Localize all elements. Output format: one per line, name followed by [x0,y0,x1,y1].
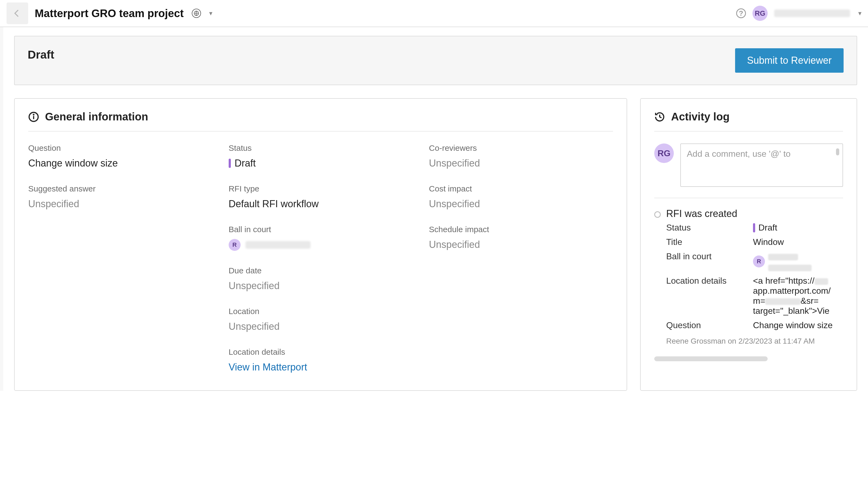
rfi-type-label: RFI type [229,184,413,193]
status-label: Status [229,143,413,153]
ball-in-court-value: R [229,239,413,251]
activity-log-title: Activity log [671,111,730,123]
horizontal-scrollbar[interactable] [654,356,768,361]
suggested-answer-label: Suggested answer [28,184,212,193]
question-value: Change window size [28,158,212,169]
content-columns: General information Question Change wind… [14,98,857,391]
page-body: Draft Submit to Reviewer General informa… [0,27,868,391]
log-question-value: Change window size [753,320,843,330]
comment-input[interactable]: Add a comment, use '@' to [680,143,843,187]
log-locdetails-value: <a href="https:// app.matterport.com/ m=… [753,276,843,316]
log-entry-title: RFI was created [666,208,843,219]
cost-impact-value: Unspecified [429,198,613,209]
ball-name-redacted [246,241,311,249]
status-pip-icon [753,223,755,232]
schedule-impact-value: Unspecified [429,239,613,250]
user-name-redacted [774,9,850,17]
user-menu-caret[interactable]: ▾ [858,9,862,17]
view-in-matterport-link[interactable]: View in Matterport [229,361,413,373]
log-title-label: Title [666,237,748,247]
log-locdetails-label: Location details [666,276,748,316]
project-dropdown-caret[interactable]: ▾ [209,9,212,17]
location-details-label: Location details [229,348,413,357]
info-col-3: Co-reviewers Unspecified Cost impact Uns… [429,143,613,378]
coreviewers-value: Unspecified [429,158,613,169]
question-label: Question [28,143,212,153]
info-col-1: Question Change window size Suggested an… [28,143,212,378]
general-info-header: General information [28,111,613,132]
location-label: Location [229,307,413,316]
log-meta: Reene Grossman on 2/23/2023 at 11:47 AM [666,337,843,346]
back-icon [12,8,22,18]
back-button[interactable] [6,2,28,24]
ball-avatar[interactable]: R [229,239,241,251]
log-ball-value: R [753,251,843,271]
location-value: Unspecified [229,321,413,332]
submit-button[interactable]: Submit to Reviewer [735,48,844,73]
ball-in-court-label: Ball in court [229,225,413,234]
rfi-type-value: Default RFI workflow [229,198,413,209]
coreviewers-label: Co-reviewers [429,143,613,153]
top-bar: Matterport GRO team project ▾ ? RG ▾ [0,0,868,27]
status-value: Draft [229,158,413,169]
due-date-label: Due date [229,266,413,275]
user-avatar[interactable]: RG [752,6,768,21]
info-icon [28,111,39,122]
schedule-impact-label: Schedule impact [429,225,613,234]
log-ball-avatar[interactable]: R [753,256,765,267]
log-title-value: Window [753,237,843,247]
general-info-card: General information Question Change wind… [14,98,627,391]
history-icon [654,111,665,122]
info-grid: Question Change window size Suggested an… [28,143,613,378]
suggested-answer-value: Unspecified [28,198,212,209]
status-pip-icon [229,159,231,168]
log-question-label: Question [666,320,748,330]
general-info-title: General information [45,111,148,123]
log-table: Status Draft Title Window Ball in court … [666,223,843,330]
log-ball-label: Ball in court [666,251,748,271]
help-icon[interactable]: ? [736,8,746,18]
svg-point-3 [33,114,34,115]
comment-avatar[interactable]: RG [654,143,674,163]
log-status-value: Draft [753,223,843,233]
log-entry: RFI was created Status Draft Title Windo… [654,208,843,346]
globe-icon[interactable] [192,9,201,18]
status-banner: Draft Submit to Reviewer [14,36,857,85]
activity-divider [654,198,843,198]
due-date-value: Unspecified [229,280,413,292]
status-banner-title: Draft [28,48,54,61]
activity-log-card: Activity log RG Add a comment, use '@' t… [640,98,857,391]
activity-log-header: Activity log [654,111,843,132]
project-title[interactable]: Matterport GRO team project [35,7,184,20]
cost-impact-label: Cost impact [429,184,613,193]
comment-row: RG Add a comment, use '@' to [654,143,843,187]
info-col-2: Status Draft RFI type Default RFI workfl… [229,143,413,378]
log-status-label: Status [666,223,748,233]
log-ball-name [768,251,812,271]
